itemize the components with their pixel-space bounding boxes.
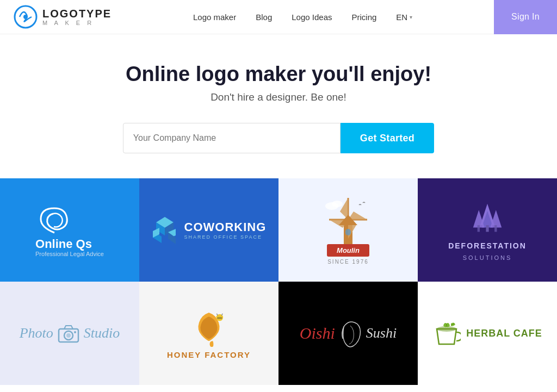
grid-cell-honey-factory[interactable]: HONEY FACTORY	[139, 282, 278, 385]
svg-point-1	[23, 15, 28, 19]
svg-point-22	[332, 201, 343, 207]
nav-pricing[interactable]: Pricing	[351, 13, 376, 22]
sushi-text: Sushi	[366, 325, 397, 341]
grid-cell-oishi-sushi[interactable]: Oishi Sushi	[278, 282, 418, 385]
grid-cell-photo-studio[interactable]: Photo Studio	[0, 282, 139, 385]
grid-cell-moulin[interactable]: Moulin SINCE 1976	[278, 178, 418, 282]
svg-rect-20	[345, 229, 351, 235]
svg-rect-29	[494, 225, 497, 232]
coworking-tagline: SHARED OFFICE SPACE	[184, 234, 267, 240]
oishi-name: Oishi	[300, 324, 335, 343]
nav-blog[interactable]: Blog	[256, 13, 272, 22]
sushi-fish-icon	[338, 316, 363, 351]
hero-title: Online logo maker you'll enjoy!	[11, 63, 546, 86]
grid-cell-online-qs[interactable]: Online Qs Professional Legal Advice	[0, 178, 139, 282]
moulin-since: SINCE 1976	[327, 259, 369, 265]
company-name-input[interactable]	[123, 123, 341, 153]
logo-icon	[13, 4, 38, 29]
svg-point-39	[437, 326, 456, 332]
nav-logo-ideas[interactable]: Logo Ideas	[292, 13, 332, 22]
herbal-cup-icon	[432, 319, 461, 347]
studio-text: Studio	[84, 325, 120, 341]
nav-logo-maker[interactable]: Logo maker	[193, 13, 236, 22]
online-qs-tagline: Professional Legal Advice	[35, 251, 104, 257]
deforestation-trees-icon	[468, 199, 506, 237]
coworking-cubes-icon	[152, 216, 178, 244]
moulin-name: Moulin	[327, 244, 369, 257]
header: LOGOTYPE M A K E R Logo maker Blog Logo …	[0, 0, 557, 34]
logo-name: LOGOTYPE	[42, 8, 112, 20]
hero-section: Online logo maker you'll enjoy! Don't hi…	[0, 34, 557, 173]
get-started-button[interactable]: Get Started	[341, 123, 434, 153]
main-nav: Logo maker Blog Logo Ideas Pricing EN ▾	[112, 13, 494, 22]
language-selector[interactable]: EN ▾	[396, 13, 412, 22]
honey-hive-icon	[189, 308, 228, 347]
honey-factory-name: HONEY FACTORY	[167, 350, 251, 359]
herbal-cafe-name: HERBAL CAFE	[466, 328, 542, 339]
online-qs-name: Online Qs	[35, 238, 104, 251]
svg-point-32	[66, 333, 71, 338]
logo-sub: M A K E R	[42, 20, 112, 26]
grid-cell-coworking[interactable]: COWORKING SHARED OFFICE SPACE	[139, 178, 278, 282]
grid-cell-deforestation[interactable]: DEFORESTATION SOLUTIONS	[418, 178, 557, 282]
logo-showcase-grid: Online Qs Professional Legal Advice COWO…	[0, 178, 557, 385]
chevron-down-icon: ▾	[410, 14, 412, 20]
svg-line-35	[216, 313, 218, 315]
grid-cell-herbal-cafe[interactable]: HERBAL CAFE	[418, 282, 557, 385]
svg-rect-27	[486, 225, 488, 232]
site-logo[interactable]: LOGOTYPE M A K E R	[13, 4, 112, 29]
online-qs-swirl-icon	[35, 203, 73, 235]
hero-subtitle: Don't hire a designer. Be one!	[11, 91, 546, 103]
camera-icon	[57, 323, 81, 343]
hero-form: Get Started	[83, 123, 474, 153]
svg-line-36	[221, 313, 222, 315]
coworking-name: COWORKING	[184, 220, 267, 234]
photo-text: Photo	[20, 325, 53, 341]
svg-point-33	[74, 331, 76, 333]
svg-rect-28	[478, 225, 480, 232]
moulin-windmill-icon	[324, 195, 373, 250]
signin-button[interactable]: Sign In	[494, 0, 557, 34]
deforestation-name: DEFORESTATION	[448, 241, 527, 250]
deforestation-sub: SOLUTIONS	[463, 254, 512, 261]
